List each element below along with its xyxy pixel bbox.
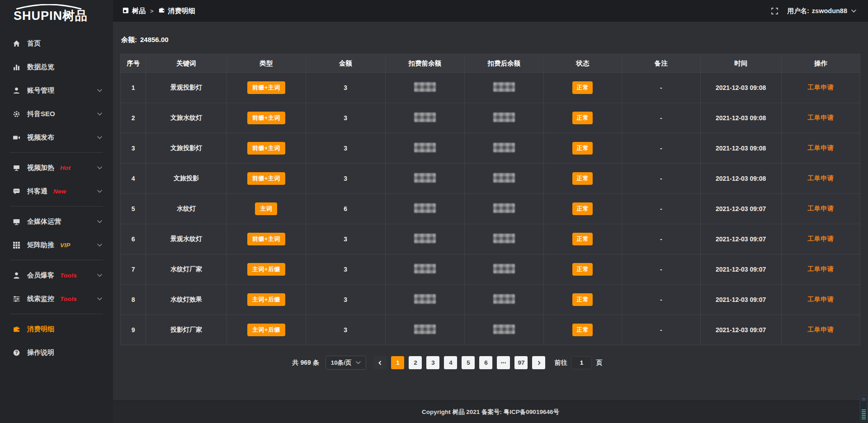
cell-type: 主词+后缀 bbox=[226, 315, 306, 345]
cell-time: 2021-12-03 09:08 bbox=[700, 73, 781, 103]
cell-remark: - bbox=[622, 315, 700, 345]
sidebar-item-label: 线索监控 bbox=[27, 295, 54, 303]
cell-amount: 3 bbox=[306, 103, 385, 133]
content: 余额: 24856.00 序号关键词类型金额扣费前余额扣费后余额状态备注时间操作… bbox=[113, 22, 868, 400]
help-icon: ? bbox=[12, 348, 20, 357]
masked-balance-after bbox=[493, 203, 515, 213]
type-badge: 前缀+主词 bbox=[247, 81, 285, 94]
page-button-2[interactable]: 2 bbox=[409, 356, 422, 369]
sidebar-item-抖音SEO[interactable]: 抖音SEO bbox=[0, 102, 113, 126]
next-page-button[interactable] bbox=[532, 356, 545, 369]
masked-balance-after bbox=[493, 173, 515, 183]
status-badge: 正常 bbox=[572, 263, 593, 276]
chevron-down-icon bbox=[356, 361, 361, 364]
page-button-4[interactable]: 4 bbox=[444, 356, 457, 369]
sidebar-item-视频加热[interactable]: 视频加热Hot bbox=[0, 156, 113, 179]
cell-type: 前缀+主词 bbox=[226, 103, 306, 133]
cell-after-balance bbox=[464, 194, 543, 224]
sidebar-item-抖客通[interactable]: 抖客通New bbox=[0, 179, 113, 203]
cell-remark: - bbox=[622, 133, 700, 164]
work-order-link[interactable]: 工单申请 bbox=[807, 114, 834, 121]
work-order-link[interactable]: 工单申请 bbox=[807, 84, 834, 91]
sidebar-item-label: 操作说明 bbox=[27, 348, 54, 357]
cell-after-balance bbox=[464, 164, 543, 194]
cell-action: 工单申请 bbox=[781, 224, 860, 254]
page-ellipsis-button[interactable]: ••• bbox=[497, 356, 510, 369]
work-order-link[interactable]: 工单申请 bbox=[807, 235, 834, 242]
page-size-value: 10条/页 bbox=[331, 359, 352, 367]
sidebar-item-label: 会员爆客 bbox=[27, 271, 54, 280]
prev-page-button[interactable] bbox=[373, 356, 387, 369]
cell-type: 主词 bbox=[226, 194, 306, 224]
cell-after-balance bbox=[464, 254, 543, 285]
work-order-link[interactable]: 工单申请 bbox=[807, 205, 834, 212]
page-size-select[interactable]: 10条/页 bbox=[326, 356, 367, 370]
cell-action: 工单申请 bbox=[781, 254, 860, 285]
breadcrumb-item-home[interactable]: 树品 bbox=[123, 7, 146, 15]
sidebar-item-矩阵助推[interactable]: 矩阵助推VIP bbox=[0, 233, 113, 257]
masked-balance-after bbox=[493, 294, 515, 304]
sidebar-item-视频发布[interactable]: 视频发布 bbox=[0, 126, 113, 149]
cell-status: 正常 bbox=[543, 194, 622, 224]
masked-balance-after bbox=[493, 234, 515, 243]
corner-widget bbox=[860, 395, 868, 422]
balance: 余额: 24856.00 bbox=[121, 36, 860, 44]
user-menu[interactable]: 用户名: zswodun88 bbox=[788, 7, 857, 15]
sidebar-item-数据总览[interactable]: 数据总览 bbox=[0, 55, 113, 79]
cell-remark: - bbox=[622, 103, 700, 133]
breadcrumb: 树品 > 消费明细 bbox=[123, 7, 195, 15]
chevron-down-icon bbox=[97, 113, 102, 116]
logo-text-cn: 树品 bbox=[62, 9, 88, 23]
cell-action: 工单申请 bbox=[781, 315, 860, 345]
sidebar-item-label: 抖客通 bbox=[27, 187, 47, 196]
nav-divider bbox=[10, 152, 103, 153]
page-button-3[interactable]: 3 bbox=[426, 356, 439, 369]
nav-divider bbox=[10, 314, 103, 314]
cell-after-balance bbox=[464, 103, 543, 133]
cell-action: 工单申请 bbox=[781, 285, 860, 315]
type-badge: 前缀+主词 bbox=[247, 172, 285, 185]
masked-balance-before bbox=[414, 173, 436, 183]
goto-page-input[interactable] bbox=[571, 356, 592, 369]
sidebar-item-全媒体运营[interactable]: 全媒体运营 bbox=[0, 210, 113, 233]
sidebar-item-label: 消费明细 bbox=[27, 325, 54, 334]
work-order-link[interactable]: 工单申请 bbox=[807, 144, 834, 151]
sidebar-item-账号管理[interactable]: 账号管理 bbox=[0, 79, 113, 102]
sidebar-item-首页[interactable]: 首页 bbox=[0, 32, 113, 55]
cell-after-balance bbox=[464, 133, 543, 164]
fullscreen-icon[interactable] bbox=[771, 7, 778, 15]
cell-status: 正常 bbox=[543, 73, 622, 103]
sidebar-item-线索监控[interactable]: 线索监控Tools bbox=[0, 287, 113, 310]
chevron-down-icon bbox=[97, 89, 102, 92]
masked-balance-after bbox=[493, 324, 515, 334]
chevron-down-icon bbox=[851, 9, 856, 13]
cell-keyword: 文旅水纹灯 bbox=[146, 103, 226, 133]
goto-page: 前往 页 bbox=[554, 356, 602, 369]
gear-icon bbox=[12, 110, 20, 118]
page-button-1[interactable]: 1 bbox=[391, 356, 404, 369]
monitor-icon bbox=[12, 217, 20, 226]
cell-keyword: 文旅投影 bbox=[146, 164, 226, 194]
table-row: 9投影灯厂家主词+后缀3正常-2021-12-03 09:07工单申请 bbox=[121, 315, 860, 345]
cell-status: 正常 bbox=[543, 164, 622, 194]
page-button-5[interactable]: 5 bbox=[462, 356, 475, 369]
sidebar-item-消费明细[interactable]: 消费明细 bbox=[0, 317, 113, 341]
work-order-link[interactable]: 工单申请 bbox=[807, 296, 834, 303]
column-header-序号: 序号 bbox=[121, 54, 146, 73]
work-order-link[interactable]: 工单申请 bbox=[807, 326, 834, 333]
sidebar-item-会员爆客[interactable]: 会员爆客Tools bbox=[0, 263, 113, 287]
work-order-link[interactable]: 工单申请 bbox=[807, 174, 834, 182]
masked-balance-before bbox=[414, 324, 436, 334]
video-icon bbox=[12, 133, 20, 141]
cell-index: 1 bbox=[121, 73, 146, 103]
balance-value: 24856.00 bbox=[140, 36, 169, 44]
page-button-97[interactable]: 97 bbox=[514, 356, 528, 369]
consumption-table: 序号关键词类型金额扣费前余额扣费后余额状态备注时间操作 1景观投影灯前缀+主词3… bbox=[120, 54, 860, 345]
work-order-link[interactable]: 工单申请 bbox=[807, 265, 834, 273]
cell-type: 前缀+主词 bbox=[226, 164, 306, 194]
cell-amount: 3 bbox=[306, 133, 385, 164]
table-row: 8水纹灯效果主词+后缀3正常-2021-12-03 09:07工单申请 bbox=[121, 285, 860, 315]
page-button-6[interactable]: 6 bbox=[479, 356, 492, 369]
cell-time: 2021-12-03 09:07 bbox=[700, 254, 781, 285]
sidebar-item-label: 矩阵助推 bbox=[27, 241, 54, 249]
